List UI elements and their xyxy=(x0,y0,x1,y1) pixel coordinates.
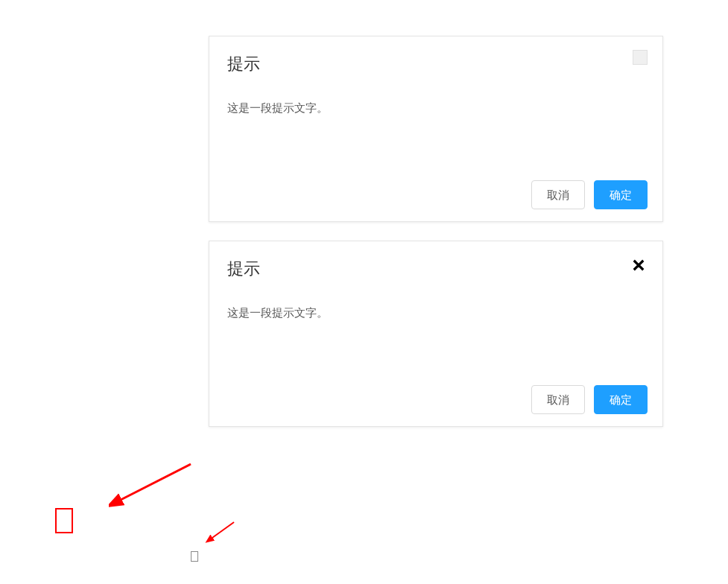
dialog-title: 提示 xyxy=(227,258,645,280)
confirm-button[interactable]: 确定 xyxy=(594,385,648,414)
confirm-button[interactable]: 确定 xyxy=(594,180,648,209)
dialog-message: 这是一段提示文字。 xyxy=(227,306,645,320)
close-icon[interactable] xyxy=(633,50,648,65)
annotation-box-small xyxy=(191,551,198,562)
x-icon xyxy=(630,257,647,273)
dialog-header: 提示 xyxy=(209,36,662,75)
dialog-body: 这是一段提示文字。 xyxy=(209,75,662,130)
dialog-prompt-1: 提示 这是一段提示文字。 取消 确定 xyxy=(209,36,663,222)
dialog-footer: 取消 确定 xyxy=(531,180,648,209)
cancel-button[interactable]: 取消 xyxy=(531,180,585,209)
dialog-message: 这是一段提示文字。 xyxy=(227,101,645,115)
dialog-prompt-2: 提示 这是一段提示文字。 取消 确定 xyxy=(209,241,663,427)
close-icon[interactable] xyxy=(630,256,648,274)
dialog-footer: 取消 确定 xyxy=(531,385,648,414)
annotation-arrow-icon xyxy=(204,518,241,548)
cancel-button[interactable]: 取消 xyxy=(531,385,585,414)
svg-line-3 xyxy=(210,522,234,539)
dialog-title: 提示 xyxy=(227,53,645,75)
annotation-box-large xyxy=(55,508,73,533)
dialog-body: 这是一段提示文字。 xyxy=(209,280,662,335)
svg-line-1 xyxy=(118,464,191,501)
dialog-header: 提示 xyxy=(209,241,662,280)
annotation-arrow-icon xyxy=(109,460,198,512)
